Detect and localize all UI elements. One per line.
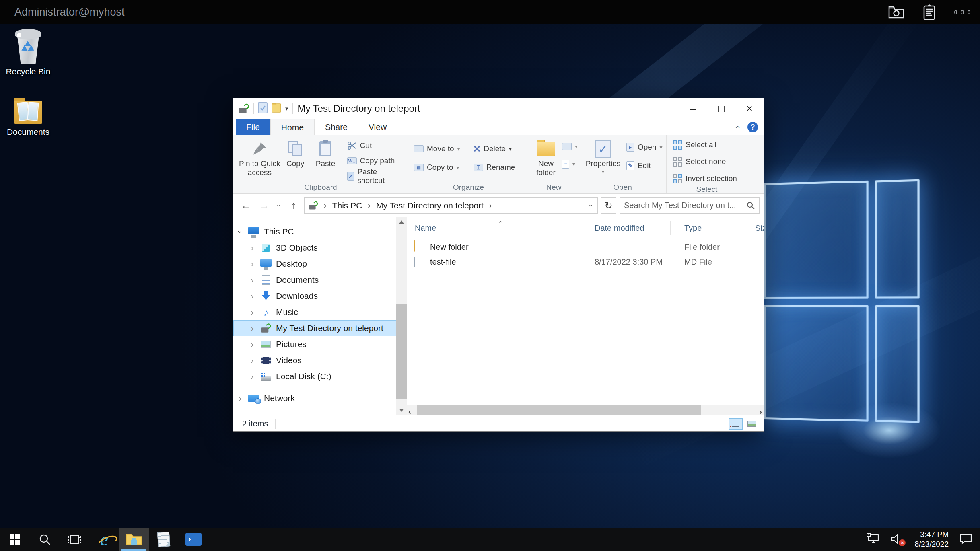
maximize-button[interactable]: □ [707, 98, 735, 119]
desktop-icons: Recycle Bin Documents [4, 29, 52, 161]
paste-icon [319, 138, 331, 159]
desktop-icon-documents[interactable]: Documents [4, 101, 52, 137]
desktop-icon-recycle-bin[interactable]: Recycle Bin [4, 29, 52, 76]
scroll-down-icon[interactable] [399, 409, 404, 412]
paste-button[interactable]: Paste [311, 138, 341, 168]
tray-time: 3:47 PM [914, 530, 949, 539]
nav-item-network[interactable]: › Network [233, 390, 396, 406]
tab-view[interactable]: View [358, 119, 397, 135]
tab-home[interactable]: Home [270, 119, 315, 135]
select-none-button[interactable]: Select none [671, 155, 739, 168]
help-icon[interactable]: ? [747, 122, 758, 132]
paste-shortcut-button[interactable]: ↗ Paste shortcut [345, 170, 408, 183]
clipboard-icon[interactable] [921, 4, 937, 20]
minimize-button[interactable]: – [679, 98, 707, 119]
nav-item-pictures[interactable]: › Pictures [233, 336, 396, 352]
up-button[interactable]: ↑ [286, 199, 301, 212]
nav-item-3d-objects[interactable]: › 3D Objects [233, 240, 396, 256]
column-header-size[interactable]: Size [755, 224, 764, 233]
column-header-type[interactable]: Type [684, 224, 702, 233]
taskbar-search-button[interactable] [30, 528, 60, 551]
back-button[interactable]: ← [239, 199, 253, 212]
nav-item-local-disk-c[interactable]: › Local Disk (C:) [233, 368, 396, 384]
file-explorer-button[interactable] [119, 528, 149, 551]
new-folder-button[interactable]: New folder [531, 138, 561, 177]
tab-file[interactable]: File [236, 119, 270, 135]
collapse-ribbon-icon[interactable]: › [732, 125, 742, 128]
nav-item-this-pc[interactable]: › This PC [233, 224, 396, 240]
qat-dropdown-icon[interactable]: ▾ [285, 105, 288, 112]
cut-button[interactable]: Cut [345, 139, 408, 152]
copy-to-button[interactable]: ▤ Copy to ▾ [412, 161, 463, 174]
easy-access-icon: ≡ [562, 160, 569, 169]
desktop-icon [259, 259, 273, 269]
easy-access-button[interactable]: ≡ ▾ [561, 158, 579, 171]
nav-item-videos[interactable]: › Videos [233, 352, 396, 368]
network-icon [247, 395, 261, 402]
file-row-test-file[interactable]: test-file 8/17/2022 3:30 PM MD File [407, 255, 764, 269]
item-count: 2 items [242, 419, 268, 428]
nav-scrollbar[interactable] [396, 217, 407, 415]
scroll-left-icon[interactable]: ‹ [408, 407, 411, 415]
nav-item-music[interactable]: › ♪ Music [233, 304, 396, 320]
forward-button[interactable]: → [257, 199, 271, 212]
refresh-button[interactable]: ↻ [601, 197, 616, 214]
pictures-icon [259, 341, 273, 348]
open-button[interactable]: ▸ Open ▾ [624, 141, 665, 154]
rename-button[interactable]: ⌶ Rename [471, 161, 518, 174]
breadcrumb-this-pc[interactable]: This PC [332, 201, 362, 210]
network-tray-icon[interactable] [866, 532, 880, 546]
select-all-button[interactable]: Select all [671, 138, 739, 151]
horizontal-scrollbar[interactable]: ‹ › [407, 405, 764, 415]
search-input[interactable] [624, 201, 743, 210]
move-to-button[interactable]: ← Move to ▾ [412, 142, 463, 155]
copy-path-button[interactable]: W‥ Copy path [345, 154, 408, 167]
task-view-button[interactable] [60, 528, 89, 551]
start-button[interactable] [0, 528, 30, 551]
copy-button[interactable]: Copy [280, 138, 311, 168]
ribbon-group-select: Select all Select none Invert selection … [667, 135, 747, 193]
action-center-icon[interactable] [959, 532, 973, 546]
new-item-button[interactable]: ▾ [561, 140, 579, 153]
details-view-button[interactable] [729, 418, 743, 430]
close-button[interactable]: × [735, 98, 764, 119]
recent-locations-icon[interactable]: › [275, 201, 282, 210]
volume-muted-tray-icon[interactable]: × [890, 533, 904, 545]
title-bar[interactable]: ▾ My Test Directory on teleport – □ × [233, 98, 764, 119]
column-header-date-modified[interactable]: Date modified [595, 224, 644, 233]
breadcrumb-current-folder[interactable]: My Test Directory on teleport [376, 201, 484, 210]
powershell-button[interactable]: ›_ [179, 528, 208, 551]
documents-icon [259, 275, 273, 285]
horizontal-scrollbar-thumb[interactable] [417, 405, 701, 415]
taskbar-clock[interactable]: 3:47 PM 8/23/2022 [914, 530, 949, 549]
pin-to-quick-access-button[interactable]: Pin to Quick access [239, 138, 280, 177]
more-options-icon[interactable] [954, 4, 970, 20]
scroll-up-icon[interactable] [399, 220, 404, 224]
file-row-new-folder[interactable]: New folder File folder [407, 240, 764, 255]
properties-button[interactable]: ✓ Properties ▾ [582, 138, 624, 175]
ribbon-tabs: File Home Share View › ? [233, 119, 764, 135]
column-header-name[interactable]: Name [415, 224, 436, 233]
copy-path-icon: W‥ [347, 157, 357, 164]
nav-scrollbar-thumb[interactable] [396, 304, 407, 399]
notepad-button[interactable] [149, 528, 179, 551]
address-dropdown-icon[interactable]: › [587, 201, 594, 210]
edit-button[interactable]: ✎ Edit [624, 159, 665, 172]
nav-item-desktop[interactable]: › Desktop [233, 256, 396, 272]
properties-qat-icon[interactable] [258, 102, 268, 115]
internet-explorer-button[interactable]: e [89, 528, 119, 551]
session-bar: Administrator@myhost [0, 0, 980, 24]
copy-icon [288, 138, 302, 159]
nav-item-downloads[interactable]: › Downloads [233, 288, 396, 304]
file-transfer-icon[interactable] [888, 4, 904, 20]
nav-item-my-test-directory[interactable]: › My Test Directory on teleport [233, 320, 396, 336]
search-box[interactable] [620, 197, 760, 214]
invert-selection-button[interactable]: Invert selection [671, 172, 739, 185]
address-bar[interactable]: › This PC › My Test Directory on telepor… [304, 197, 598, 214]
large-icons-view-button[interactable] [745, 418, 759, 430]
nav-item-documents[interactable]: › Documents [233, 272, 396, 288]
delete-button[interactable]: × Delete ▾ [471, 142, 518, 155]
new-folder-qat-icon[interactable] [272, 103, 281, 115]
scroll-right-icon[interactable]: › [759, 407, 762, 415]
tab-share[interactable]: Share [315, 119, 358, 135]
